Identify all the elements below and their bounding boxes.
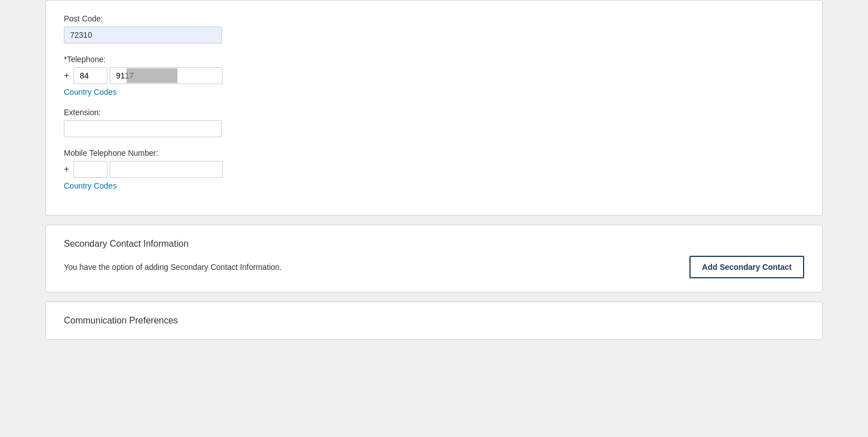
communication-preferences-card: Communication Preferences bbox=[45, 301, 823, 340]
mobile-number-input[interactable] bbox=[110, 161, 223, 178]
communication-preferences-title: Communication Preferences bbox=[64, 316, 804, 326]
postcode-input[interactable] bbox=[64, 27, 222, 43]
secondary-contact-description: You have the option of adding Secondary … bbox=[64, 263, 282, 272]
extension-field-group: Extension: bbox=[64, 108, 804, 137]
telephone-country-code-input[interactable] bbox=[73, 67, 107, 84]
mobile-telephone-label: Mobile Telephone Number: bbox=[64, 148, 804, 158]
extension-input[interactable] bbox=[64, 120, 222, 137]
extension-label: Extension: bbox=[64, 108, 804, 117]
mobile-telephone-field-group: Mobile Telephone Number: + Country Codes bbox=[64, 148, 804, 190]
mobile-telephone-row: + bbox=[64, 161, 804, 178]
mobile-telephone-plus-sign: + bbox=[64, 164, 69, 174]
telephone-number-input[interactable] bbox=[110, 67, 223, 84]
telephone-label: *Telephone: bbox=[64, 55, 804, 64]
secondary-contact-card: Secondary Contact Information You have t… bbox=[45, 225, 823, 292]
telephone-country-codes-link[interactable]: Country Codes bbox=[64, 88, 116, 97]
telephone-plus-sign: + bbox=[64, 71, 69, 81]
telephone-row: + bbox=[64, 67, 804, 84]
secondary-contact-body: You have the option of adding Secondary … bbox=[64, 256, 804, 278]
telephone-number-wrapper bbox=[110, 67, 223, 84]
postcode-field-group: Post Code: bbox=[64, 14, 804, 43]
mobile-country-codes-link[interactable]: Country Codes bbox=[64, 181, 116, 190]
secondary-contact-title: Secondary Contact Information bbox=[64, 239, 804, 249]
telephone-field-group: *Telephone: + Country Codes bbox=[64, 55, 804, 97]
add-secondary-contact-button[interactable]: Add Secondary Contact bbox=[689, 256, 804, 278]
primary-contact-card: Post Code: *Telephone: + Country Codes E… bbox=[45, 0, 823, 216]
postcode-label: Post Code: bbox=[64, 14, 804, 23]
mobile-country-code-input[interactable] bbox=[73, 161, 107, 178]
